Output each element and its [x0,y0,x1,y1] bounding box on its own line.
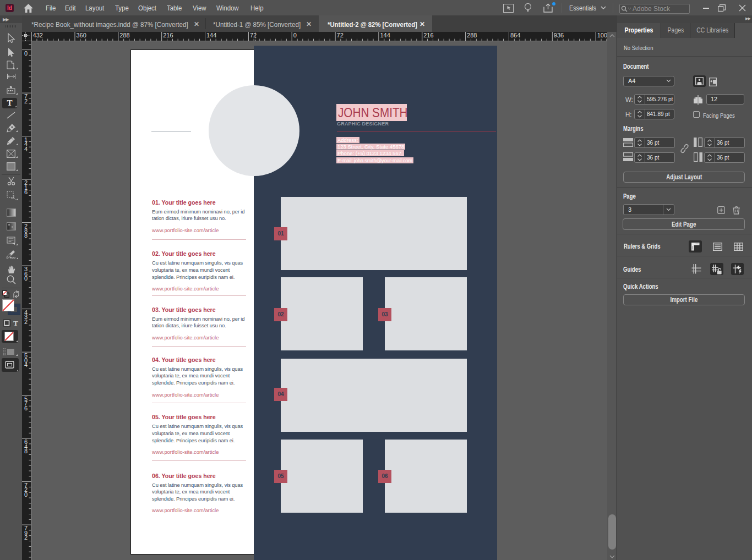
svg-text:4: 4 [24,361,28,368]
svg-text:144: 144 [380,32,390,39]
svg-text:864: 864 [510,32,520,39]
svg-text:360: 360 [77,32,86,39]
svg-text:2: 2 [24,534,28,541]
svg-text:2: 2 [24,319,28,325]
svg-text:6: 6 [24,405,28,411]
svg-text:0: 0 [293,32,297,39]
svg-text:0: 0 [24,275,28,282]
svg-text:432: 432 [33,32,43,39]
svg-text:2: 2 [24,98,28,105]
svg-text:144: 144 [206,32,216,39]
svg-text:216: 216 [163,32,173,39]
svg-text:288: 288 [119,32,129,39]
svg-text:1008: 1008 [597,32,607,39]
svg-text:0: 0 [24,50,28,57]
svg-text:0: 0 [24,491,28,498]
svg-text:216: 216 [423,32,433,39]
svg-text:8: 8 [24,232,28,239]
svg-text:288: 288 [467,32,477,39]
svg-text:6: 6 [24,189,28,195]
svg-text:8: 8 [24,448,28,454]
svg-text:4: 4 [24,146,28,152]
svg-text:72: 72 [337,32,344,39]
svg-text:936: 936 [554,32,564,39]
